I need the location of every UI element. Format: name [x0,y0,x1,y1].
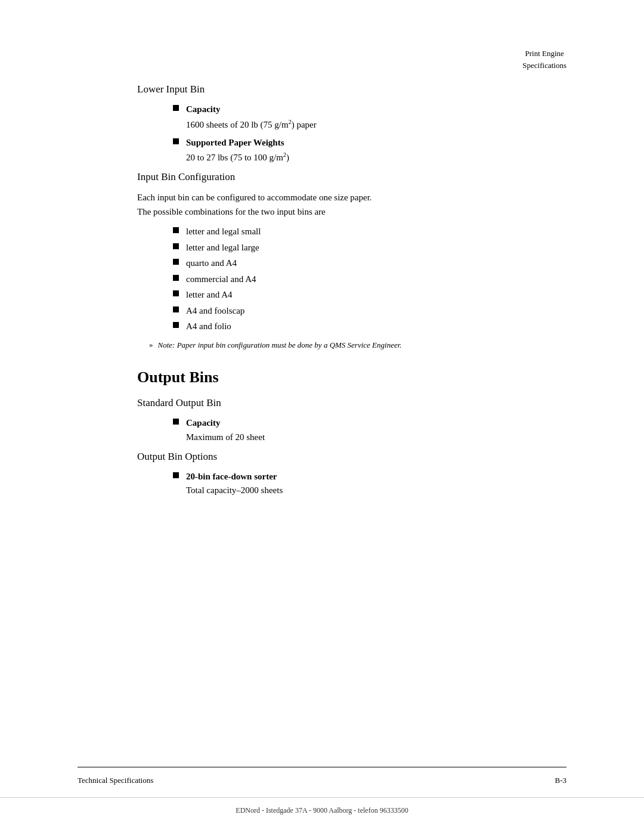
sorter-bullet: 20-bin face-down sorter [173,470,566,484]
supported-paper-weights-value: 20 to 27 lbs (75 to 100 g/m2) [186,151,566,163]
bullet-icon [173,322,179,328]
footer-right: B-3 [555,776,567,785]
sorter-detail: Total capacity–2000 sheets [186,485,566,496]
bottom-footer: EDNord - Istedgade 37A - 9000 Aalborg - … [0,797,644,815]
output-bin-options-title: Output Bin Options [137,451,566,463]
item-label: quarto and A4 [186,256,237,270]
bullet-icon [173,227,179,233]
list-item: quarto and A4 [173,256,566,270]
output-capacity-label: Capacity [186,416,221,430]
output-bin-options-section: Output Bin Options 20-bin face-down sort… [137,451,566,496]
list-item: commercial and A4 [173,272,566,286]
bullet-icon [173,290,179,296]
bullet-icon [173,105,179,111]
output-bin-options-items: 20-bin face-down sorter Total capacity–2… [161,470,566,496]
supported-paper-weights-bullet: Supported Paper Weights [173,136,566,150]
bullet-icon [173,306,179,312]
bottom-footer-text: EDNord - Istedgade 37A - 9000 Aalborg - … [236,806,408,815]
output-capacity-section: Capacity Maximum of 20 sheet [161,416,566,442]
capacity-bullet: Capacity [173,103,566,116]
item-label: A4 and folio [186,320,231,333]
item-label: letter and legal small [186,225,261,239]
capacity-section: Capacity 1600 sheets of 20 lb (75 g/m2) … [161,103,566,163]
footer: Technical Specifications B-3 [78,776,566,785]
page: Print Engine Specifications Lower Input … [0,0,644,833]
item-label: commercial and A4 [186,272,256,286]
capacity-label: Capacity [186,103,221,116]
bullet-icon [173,275,179,281]
item-label: letter and A4 [186,288,232,302]
standard-output-bin-section: Standard Output Bin Capacity Maximum of … [137,397,566,442]
header-line2: Specifications [522,60,566,72]
list-item: A4 and foolscap [173,304,566,318]
standard-output-bin-title: Standard Output Bin [137,397,566,409]
lower-input-bin-title: Lower Input Bin [137,83,566,95]
sorter-label: 20-bin face-down sorter [186,470,277,484]
footer-left: Technical Specifications [78,776,153,785]
output-capacity-bullet: Capacity [173,416,566,430]
bullet-icon [173,138,179,144]
output-bins-section: Output Bins Standard Output Bin Capacity… [137,368,566,496]
bullet-icon [173,243,179,249]
bullet-icon [173,472,179,478]
supported-paper-weights-label: Supported Paper Weights [186,136,284,150]
output-capacity-value: Maximum of 20 sheet [186,432,566,442]
capacity-value: 1600 sheets of 20 lb (75 g/m2) paper [186,119,566,130]
input-bin-items: letter and legal small letter and legal … [161,225,566,333]
list-item: letter and legal large [173,241,566,255]
note-arrow-icon: » [149,340,153,349]
note-text: Note: Paper input bin configuration must… [158,339,402,351]
item-label: letter and legal large [186,241,259,255]
bullet-icon [173,419,179,425]
item-label: A4 and foolscap [186,304,244,318]
note-item: » Note: Paper input bin configuration mu… [149,339,566,351]
list-item: letter and legal small [173,225,566,239]
bullet-icon [173,259,179,265]
input-bin-config-section: Input Bin Configuration Each input bin c… [137,171,566,351]
page-header: Print Engine Specifications [522,48,566,71]
list-item: A4 and folio [173,320,566,333]
list-item: letter and A4 [173,288,566,302]
lower-input-bin-section: Lower Input Bin Capacity 1600 sheets of … [137,83,566,163]
footer-divider [78,767,566,767]
main-content: Lower Input Bin Capacity 1600 sheets of … [137,83,566,496]
input-bin-config-title: Input Bin Configuration [137,171,566,183]
input-bin-config-desc: Each input bin can be configured to acco… [137,190,566,219]
output-bins-heading: Output Bins [137,368,566,386]
header-line1: Print Engine [522,48,566,60]
